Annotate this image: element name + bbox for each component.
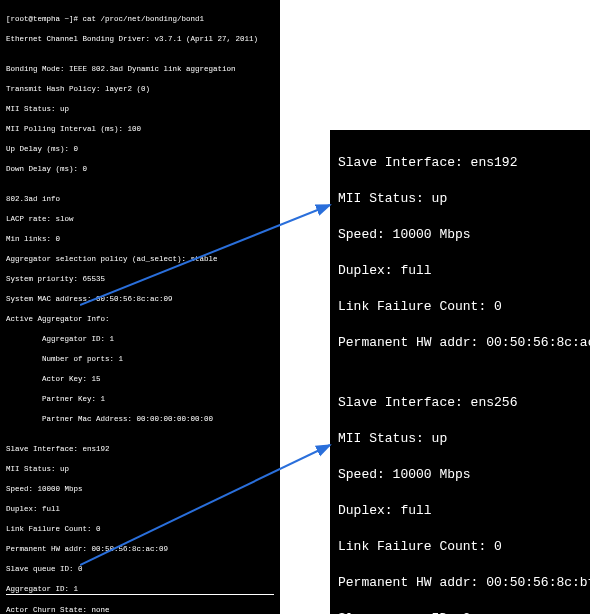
- line: Link Failure Count: 0: [6, 524, 274, 534]
- line: Down Delay (ms): 0: [6, 164, 274, 174]
- line: MII Status: up: [6, 464, 274, 474]
- line: Permanent HW addr: 00:50:56:8c:ac:09: [6, 544, 274, 554]
- line: Slave Interface: ens192: [338, 154, 590, 172]
- line: Slave queue ID: 0: [6, 564, 274, 574]
- line: Active Aggregator Info:: [6, 314, 274, 324]
- line: Actor Churn State: none: [6, 605, 274, 614]
- line: Aggregator selection policy (ad_select):…: [6, 254, 274, 264]
- line: LACP rate: slow: [6, 214, 274, 224]
- line: Slave Interface: ens192: [6, 444, 274, 454]
- line: Actor Key: 15: [6, 374, 274, 384]
- line: Transmit Hash Policy: layer2 (0): [6, 84, 274, 94]
- line: Bonding Mode: IEEE 802.3ad Dynamic link …: [6, 64, 274, 74]
- line: Ethernet Channel Bonding Driver: v3.7.1 …: [6, 34, 274, 44]
- line: Min links: 0: [6, 234, 274, 244]
- line: Speed: 10000 Mbps: [6, 484, 274, 494]
- line: MII Status: up: [6, 104, 274, 114]
- line: Speed: 10000 Mbps: [338, 466, 590, 484]
- line: Slave Interface: ens256: [338, 394, 590, 412]
- line: Duplex: full: [338, 502, 590, 520]
- line: Number of ports: 1: [6, 354, 274, 364]
- line: System priority: 65535: [6, 274, 274, 284]
- aggregator-id-1-line: Aggregator ID: 1: [6, 584, 274, 595]
- line: Aggregator ID: 1: [6, 334, 274, 344]
- line: Partner Mac Address: 00:00:00:00:00:00: [6, 414, 274, 424]
- line: Up Delay (ms): 0: [6, 144, 274, 154]
- line: Link Failure Count: 0: [338, 298, 590, 316]
- line: MII Status: up: [338, 190, 590, 208]
- terminal-output: [root@tempha ~]# cat /proc/net/bonding/b…: [0, 0, 280, 614]
- line: Slave queue ID: 0: [338, 610, 590, 614]
- line: Permanent HW addr: 00:50:56:8c:ac:09: [338, 334, 590, 352]
- line: MII Status: up: [338, 430, 590, 448]
- line: 802.3ad info: [6, 194, 274, 204]
- line: Partner Key: 1: [6, 394, 274, 404]
- line: MII Polling Interval (ms): 100: [6, 124, 274, 134]
- line: Link Failure Count: 0: [338, 538, 590, 556]
- line: Duplex: full: [338, 262, 590, 280]
- prompt-line: [root@tempha ~]# cat /proc/net/bonding/b…: [6, 14, 274, 24]
- callout-ens256: Slave Interface: ens256 MII Status: up S…: [330, 370, 590, 614]
- line: System MAC address: 00:50:56:8c:ac:09: [6, 294, 274, 304]
- line: Permanent HW addr: 00:50:56:8c:bf:ee: [338, 574, 590, 592]
- line: Duplex: full: [6, 504, 274, 514]
- line: Speed: 10000 Mbps: [338, 226, 590, 244]
